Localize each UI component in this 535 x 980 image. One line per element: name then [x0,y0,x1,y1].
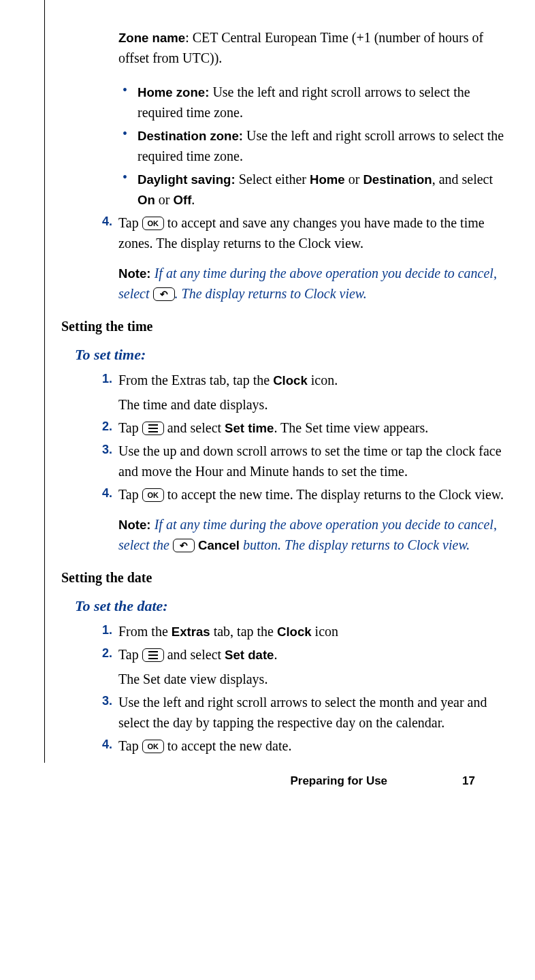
subheading-set-date: To set the date: [75,595,508,617]
menu-icon [142,422,164,435]
step-number: 3. [102,692,118,733]
section-heading-date: Setting the date [61,567,508,588]
note-text: If at any time during the above operatio… [118,266,497,301]
step-body: Use the up and down scroll arrows to set… [118,441,508,481]
step-item: 2. Tap and select Set time. The Set time… [102,417,508,438]
back-icon: ↶ [153,287,175,301]
step-body: Tap and select Set date. The Set date vi… [118,644,508,689]
note-block: Note: If at any time during the above op… [118,514,508,555]
step-body: From the Extras tab, tap the Clock icon.… [118,370,508,415]
list-item: • Destination zone: Use the left and rig… [123,125,508,166]
step-item: 4. Tap OK to accept and save any changes… [102,212,508,253]
footer-title: Preparing for Use [290,772,387,790]
list-item: • Home zone: Use the left and right scro… [123,82,508,123]
page-number: 17 [462,772,475,790]
step-number: 3. [102,441,118,481]
zone-name-label: Zone name [118,31,185,45]
page-footer: Preparing for Use 17 [61,759,508,790]
step-item: 3. Use the up and down scroll arrows to … [102,441,508,481]
bullet-icon: • [123,169,137,210]
step-body: Tap OK to accept and save any changes yo… [118,212,508,253]
section-heading-time: Setting the time [61,316,508,336]
bullet-icon: • [123,125,137,166]
step-body: From the Extras tab, tap the Clock icon [118,621,508,642]
page-body: Zone name: CET Central European Time (+1… [0,0,535,817]
step-number: 1. [102,370,118,415]
step-number: 4. [102,736,118,756]
note-block: Note: If at any time during the above op… [118,263,508,304]
step-body: Use the left and right scroll arrows to … [118,692,508,733]
list-item: • Daylight saving: Select either Home or… [123,169,508,210]
step-subtext: The time and date displays. [118,394,508,415]
zone-name-paragraph: Zone name: CET Central European Time (+1… [118,27,508,68]
bullet-list: • Home zone: Use the left and right scro… [61,82,508,210]
bullet-body: Destination zone: Use the left and right… [137,125,508,166]
note-text: If at any time during the above operatio… [118,517,497,552]
step-item: 1. From the Extras tab, tap the Clock ic… [102,621,508,642]
bullet-body: Daylight saving: Select either Home or D… [137,169,508,210]
step-body: Tap OK to accept the new time. The displ… [118,484,508,505]
step-item: 4. Tap OK to accept the new date. [102,736,508,756]
step-item: 2. Tap and select Set date. The Set date… [102,644,508,689]
menu-icon [142,648,164,662]
subheading-set-time: To set time: [75,343,508,366]
step-number: 2. [102,644,118,689]
step-number: 4. [102,484,118,505]
note-label: Note: [118,266,155,281]
ok-icon: OK [142,740,164,753]
vertical-rule [44,0,45,763]
step-subtext: The Set date view displays. [118,669,508,689]
note-label: Note: [118,518,155,532]
step-body: Tap and select Set time. The Set time vi… [118,417,508,438]
step-number: 2. [102,417,118,438]
bullet-body: Home zone: Use the left and right scroll… [137,82,508,123]
ok-icon: OK [142,217,164,230]
step-item: 3. Use the left and right scroll arrows … [102,692,508,733]
step-body: Tap OK to accept the new date. [118,736,508,756]
step-number: 4. [102,212,118,253]
back-icon: ↶ [173,539,195,552]
ok-icon: OK [142,488,164,502]
bullet-icon: • [123,82,137,123]
step-item: 1. From the Extras tab, tap the Clock ic… [102,370,508,415]
step-item: 4. Tap OK to accept the new time. The di… [102,484,508,505]
step-number: 1. [102,621,118,642]
